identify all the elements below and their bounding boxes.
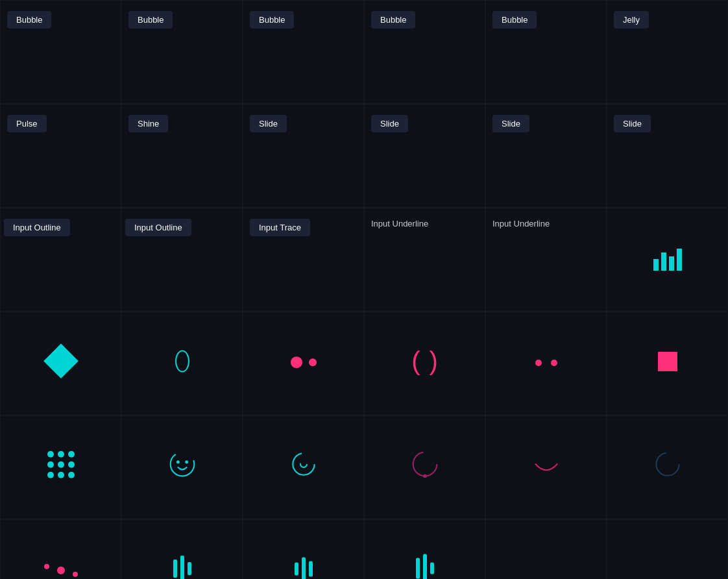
bar-anim-9 bbox=[430, 563, 434, 574]
cell-dots-two bbox=[485, 312, 607, 415]
bar-anim-4 bbox=[295, 562, 298, 575]
cell-input-underline-2: Input Underline bbox=[485, 208, 607, 312]
slide-label-2: Slide bbox=[371, 115, 408, 132]
input-underline-label-2: Input Underline bbox=[492, 219, 550, 228]
bubble-label-1: Bubble bbox=[7, 11, 51, 29]
slide-label-1: Slide bbox=[250, 115, 287, 132]
dg-6 bbox=[68, 462, 75, 468]
bar-anim-6 bbox=[309, 561, 313, 576]
smiley-icon bbox=[166, 448, 199, 480]
oval-shape bbox=[175, 351, 189, 373]
bubble-label-4: Bubble bbox=[371, 11, 415, 29]
cell-bars-icon-cell bbox=[607, 208, 728, 312]
circle-partial-icon bbox=[409, 448, 441, 480]
jelly-label: Jelly bbox=[614, 11, 649, 29]
dg-5 bbox=[58, 462, 64, 468]
cell-input-outline-1: Input Outline bbox=[0, 208, 121, 312]
cell-slide-1: Slide bbox=[243, 104, 364, 208]
cell-highlight-1: Highlight bbox=[485, 519, 607, 579]
circle-partial-svg bbox=[409, 448, 441, 480]
cell-dots-pink bbox=[243, 312, 364, 415]
cell-bubble-1: Bubble bbox=[0, 0, 121, 104]
cell-smile-arc bbox=[485, 415, 607, 519]
cell-input-trace: Input Trace bbox=[243, 208, 364, 312]
bounce-dot-1 bbox=[44, 564, 49, 569]
bar-3 bbox=[669, 256, 674, 271]
dot-sm-1 bbox=[535, 360, 542, 366]
shine-label: Shine bbox=[128, 115, 168, 132]
cell-bubble-3: Bubble bbox=[243, 0, 364, 104]
cell-bars-3: Bars bbox=[364, 519, 485, 579]
bubble-label-5: Bubble bbox=[492, 11, 537, 29]
bounce-dot-2 bbox=[57, 567, 65, 574]
bars-anim-1 bbox=[173, 556, 191, 579]
dot-sm-2 bbox=[551, 360, 557, 366]
svg-point-7 bbox=[656, 453, 679, 476]
cell-smiley bbox=[121, 415, 243, 519]
diamond-icon bbox=[49, 349, 73, 373]
dot-grid-icon bbox=[47, 451, 75, 478]
bars-anim-3 bbox=[416, 554, 434, 579]
bar-anim-8 bbox=[423, 554, 427, 579]
diamond-shape bbox=[43, 343, 79, 378]
paren-close: ) bbox=[430, 348, 438, 374]
animation-grid: Bubble Bubble Bubble Bubble Bubble Jelly… bbox=[0, 0, 728, 579]
cell-bubble-4: Bubble bbox=[364, 0, 485, 104]
svg-point-1 bbox=[176, 460, 179, 463]
svg-point-2 bbox=[185, 460, 188, 463]
slide-label-4: Slide bbox=[614, 115, 651, 132]
cell-bubble-2: Bubble bbox=[121, 0, 243, 104]
cell-pink-square bbox=[607, 312, 728, 415]
circle-outline-icon bbox=[652, 449, 683, 480]
smile-arc-svg bbox=[530, 448, 563, 480]
svg-point-6 bbox=[423, 474, 427, 478]
dots-two-shape bbox=[535, 360, 557, 366]
bar-anim-7 bbox=[416, 558, 420, 579]
svg-point-4 bbox=[300, 461, 307, 467]
cell-oval bbox=[121, 312, 243, 415]
dot-small bbox=[309, 358, 317, 366]
bar-anim-2 bbox=[180, 556, 184, 579]
bounce-dots-shape bbox=[44, 567, 78, 574]
cell-bounce-dots bbox=[0, 519, 121, 579]
cell-highlight-2: Highlight bbox=[607, 519, 728, 579]
cell-bubble-5: Bubble bbox=[485, 0, 607, 104]
dot-large bbox=[291, 356, 302, 368]
dg-2 bbox=[58, 451, 64, 458]
dots-pink-shape bbox=[291, 356, 317, 368]
bar-1 bbox=[653, 259, 659, 271]
svg-point-3 bbox=[293, 453, 314, 474]
cell-diamond bbox=[0, 312, 121, 415]
pink-square-icon bbox=[658, 352, 677, 371]
dots-pink-icon bbox=[291, 356, 317, 368]
oval-icon bbox=[175, 351, 189, 373]
svg-point-0 bbox=[170, 452, 194, 476]
spinner-icon bbox=[287, 448, 320, 480]
bubble-label-2: Bubble bbox=[128, 11, 173, 29]
dg-1 bbox=[47, 451, 54, 458]
bounce-dots-icon bbox=[44, 567, 78, 574]
dots-two-icon bbox=[535, 360, 557, 366]
cell-slide-2: Slide bbox=[364, 104, 485, 208]
parens-icon: ( ) bbox=[411, 348, 438, 374]
cell-input-outline-2: Input Outline bbox=[121, 208, 243, 312]
input-outline-label-1: Input Outline bbox=[4, 219, 70, 236]
bar-4 bbox=[677, 249, 682, 271]
cell-shine: Shine bbox=[121, 104, 243, 208]
smile-arc-icon bbox=[530, 448, 563, 480]
dg-8 bbox=[58, 472, 64, 478]
pulse-label: Pulse bbox=[7, 115, 47, 132]
pink-square-shape bbox=[658, 352, 677, 371]
cell-slide-3: Slide bbox=[485, 104, 607, 208]
dg-9 bbox=[68, 472, 75, 478]
bar-anim-1 bbox=[173, 560, 177, 578]
cell-circle-partial bbox=[364, 415, 485, 519]
paren-open: ( bbox=[411, 348, 420, 374]
cell-slide-4: Slide bbox=[607, 104, 728, 208]
cell-pulse: Pulse bbox=[0, 104, 121, 208]
input-outline-label-2: Input Outline bbox=[125, 219, 191, 236]
input-trace-label: Input Trace bbox=[250, 219, 310, 236]
parens-shape: ( ) bbox=[411, 348, 438, 374]
bar-2 bbox=[661, 253, 666, 271]
cell-bars-2: Bars bbox=[243, 519, 364, 579]
